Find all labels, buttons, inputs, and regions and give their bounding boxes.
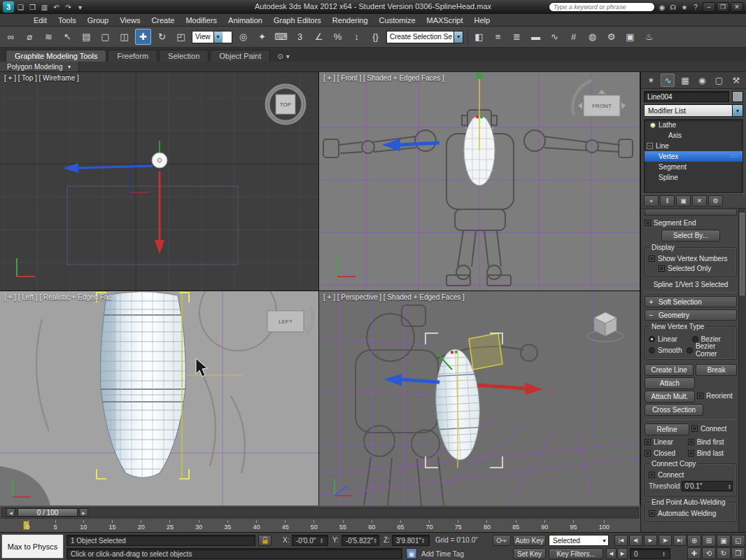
viewport-label[interactable]: [ + ] [ Top ] [ Wireframe ] xyxy=(4,74,79,82)
material-editor-icon[interactable]: ◍ xyxy=(584,29,600,45)
reorient-checkbox[interactable]: Reorient xyxy=(697,391,733,400)
segment-end-checkbox[interactable]: Segment End xyxy=(645,218,737,227)
select-object-icon[interactable]: ↖ xyxy=(59,29,76,45)
y-coordinate-field[interactable]: -0'5.822" ▲▼ xyxy=(342,535,379,546)
mirror-icon[interactable]: ◧ xyxy=(471,29,487,45)
time-slider-next-icon[interactable]: ▶ xyxy=(79,508,88,517)
redo-icon[interactable]: ↷ xyxy=(63,2,73,13)
connect-copy-checkbox[interactable]: Connect xyxy=(649,470,733,479)
selected-only-checkbox[interactable]: Selected Only xyxy=(649,263,733,273)
time-tag-icon[interactable]: ▣ xyxy=(406,548,417,559)
undo-icon[interactable]: ↶ xyxy=(51,2,62,13)
radio-icon[interactable] xyxy=(649,347,655,354)
ribbon-display-icon[interactable]: ⊙ xyxy=(277,52,283,60)
viewport-left-canvas[interactable]: LEFT xyxy=(0,291,318,505)
frame-tick[interactable]: 5 xyxy=(52,520,58,531)
object-color-swatch[interactable] xyxy=(732,91,743,102)
collapse-icon[interactable]: − xyxy=(648,312,654,319)
spline-start-handle[interactable] xyxy=(476,74,483,78)
menu-maxscript[interactable]: MAXScript xyxy=(421,15,469,25)
checkbox-icon[interactable] xyxy=(688,450,694,456)
select-and-link-icon[interactable]: ∞ xyxy=(3,29,19,45)
time-slider-handle[interactable]: 0 / 100 xyxy=(17,508,78,517)
close-button[interactable]: ✕ xyxy=(731,2,743,12)
minimize-button[interactable]: – xyxy=(703,2,715,12)
checkbox-icon[interactable] xyxy=(649,472,655,478)
linear-checkbox[interactable]: Linear xyxy=(645,437,686,447)
stack-item-spline[interactable]: Spline xyxy=(645,172,743,183)
viewport-left[interactable]: LEFT [ + ] [ Left ] [ Realistic + Edged … xyxy=(0,291,318,505)
time-slider-prev-icon[interactable]: ◀ xyxy=(6,508,15,517)
attach-mult-button[interactable]: Attach Mult. xyxy=(645,391,695,402)
frame-tick[interactable]: 40 xyxy=(253,520,260,531)
favorites-icon[interactable]: ★ xyxy=(680,2,689,12)
select-and-scale-icon[interactable]: ◰ xyxy=(173,29,189,45)
schematic-view-icon[interactable]: # xyxy=(565,29,582,45)
radio-icon[interactable] xyxy=(692,336,698,342)
stack-item-axis[interactable]: Axis xyxy=(645,130,743,141)
frame-tick[interactable]: 75 xyxy=(455,520,462,531)
use-pivot-center-icon[interactable]: ◎ xyxy=(235,29,251,45)
frame-tick[interactable]: 20 xyxy=(138,520,145,531)
bind-last-checkbox[interactable]: Bind last xyxy=(688,448,737,458)
help-icon[interactable]: ? xyxy=(691,2,701,12)
show-vertex-numbers-checkbox[interactable]: Show Vertex Numbers xyxy=(649,253,733,263)
selection-lock-toggle[interactable] xyxy=(258,535,272,546)
checkbox-icon[interactable] xyxy=(649,255,655,262)
viewport-label[interactable]: [ + ] [ Perspective ] [ Shaded + Edged F… xyxy=(323,293,465,301)
command-panel-scrollbar[interactable] xyxy=(738,209,745,532)
svg-text:LEFT[interactable]: LEFT xyxy=(279,318,293,325)
viewport-label[interactable]: [ + ] [ Front ] [ Shaded + Edged Faces ] xyxy=(323,74,444,82)
add-time-tag-label[interactable]: Add Time Tag xyxy=(421,550,464,558)
frame-tick[interactable]: 90 xyxy=(541,520,548,531)
closed-checkbox[interactable]: Closed xyxy=(645,448,686,458)
spinner-arrows-icon[interactable]: ▲▼ xyxy=(421,538,425,543)
maximize-button[interactable]: ❐ xyxy=(717,2,729,12)
stack-item-lathe[interactable]: Lathe xyxy=(645,120,743,130)
x-coordinate-field[interactable]: -0'0.0" ▲▼ xyxy=(292,535,328,546)
track-bar[interactable]: 0510152025303540455055606570758085909510… xyxy=(0,518,640,532)
keyboard-override-icon[interactable]: ⌨ xyxy=(273,29,289,45)
bezier-corner-radio[interactable]: Bezier Corner xyxy=(687,345,733,355)
refine-button[interactable]: Refine xyxy=(645,424,689,435)
frame-tick[interactable]: 65 xyxy=(397,520,404,531)
viewport-top[interactable]: TOP [ + ] [ Top ] [ Wireframe ] xyxy=(0,72,318,290)
break-button[interactable]: Break xyxy=(696,364,737,376)
frame-tick[interactable]: 55 xyxy=(339,520,346,531)
select-and-rotate-icon[interactable]: ↻ xyxy=(154,29,170,45)
menu-customize[interactable]: Customize xyxy=(374,15,421,25)
communication-center-icon[interactable]: ☊ xyxy=(668,2,678,12)
utilities-tab-icon[interactable]: ⚒ xyxy=(729,74,743,87)
chevron-down-icon[interactable]: ▾ xyxy=(286,52,290,60)
zoom-all-icon[interactable]: ⊞ xyxy=(702,535,716,547)
motion-tab-icon[interactable]: ◉ xyxy=(695,74,709,87)
threshold-spinner[interactable]: 0'0.1" ▲▼ xyxy=(682,481,733,491)
menu-views[interactable]: Views xyxy=(114,15,146,25)
window-crossing-icon[interactable]: ◫ xyxy=(116,29,132,45)
previous-frame-icon[interactable]: ◀| xyxy=(629,535,642,546)
cross-section-button[interactable]: Cross Section xyxy=(645,404,703,416)
viewport-front-canvas[interactable]: FRONT xyxy=(319,72,640,290)
frame-tick[interactable]: 25 xyxy=(167,520,174,531)
rendered-frame-icon[interactable]: ▣ xyxy=(622,29,638,45)
viewport-front[interactable]: FRONT [ + ] [ Front ] [ Shaded + Edged F… xyxy=(319,72,640,290)
menu-edit[interactable]: Edit xyxy=(28,15,52,25)
frame-tick[interactable]: 80 xyxy=(484,520,491,531)
polygon-modeling-panel[interactable]: Polygon Modeling ▼ xyxy=(0,62,79,71)
viewport-perspective-canvas[interactable]: x xyxy=(319,291,640,505)
connect-checkbox[interactable]: Connect xyxy=(691,424,726,433)
menu-group[interactable]: Group xyxy=(82,15,115,25)
set-key-mode-button[interactable] xyxy=(493,535,511,546)
object-name-field[interactable]: Line004 xyxy=(644,91,729,102)
smooth-radio[interactable]: Smooth xyxy=(649,345,684,355)
percent-snap-icon[interactable]: % xyxy=(330,29,346,45)
frame-tick[interactable]: 70 xyxy=(426,520,433,531)
frame-tick[interactable]: 0 xyxy=(25,520,31,531)
radio-icon[interactable] xyxy=(687,347,693,354)
auto-key-button[interactable]: Auto Key xyxy=(513,535,546,546)
menu-graph-editors[interactable]: Graph Editors xyxy=(268,15,327,25)
go-to-end-icon[interactable]: ▶| xyxy=(673,535,687,546)
configure-modifier-sets-icon[interactable]: ⚙ xyxy=(708,195,723,206)
render-setup-icon[interactable]: ⚙ xyxy=(603,29,619,45)
bind-to-space-warp-icon[interactable]: ≋ xyxy=(41,29,57,45)
